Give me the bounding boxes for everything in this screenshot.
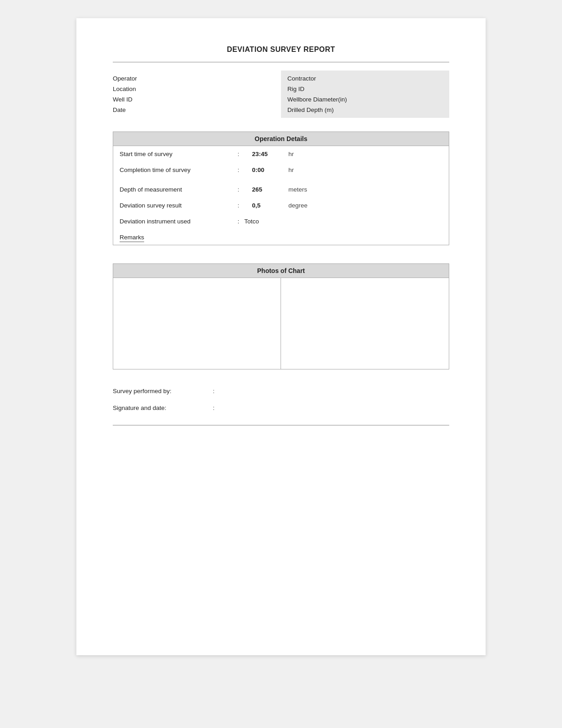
operation-details-header: Operation Details	[113, 131, 449, 146]
start-time-unit: hr	[282, 146, 449, 162]
info-left: Operator Location Well ID Date	[113, 71, 281, 118]
location-label: Location	[113, 85, 281, 93]
spacer-row-1	[113, 178, 449, 182]
depth-measurement-value: 265	[246, 182, 282, 197]
start-time-row: Start time of survey : 23:45 hr	[113, 146, 449, 162]
operator-label: Operator	[113, 74, 281, 83]
start-time-colon: :	[231, 146, 246, 162]
deviation-result-label: Deviation survey result	[113, 197, 231, 213]
completion-time-colon: :	[231, 162, 246, 178]
photo-cell-right	[281, 278, 449, 369]
completion-time-label: Completion time of survey	[113, 162, 231, 178]
signature-date-label: Signature and date:	[113, 404, 213, 411]
deviation-result-row: Deviation survey result : 0,5 degree	[113, 197, 449, 213]
completion-time-row: Completion time of survey : 0:00 hr	[113, 162, 449, 178]
instrument-row: Deviation instrument used : Totco	[113, 213, 449, 229]
signature-date-row: Signature and date: :	[113, 404, 449, 411]
instrument-value: Totco	[244, 218, 259, 225]
depth-measurement-unit: meters	[282, 182, 449, 197]
top-divider	[113, 62, 449, 62]
survey-performed-colon: :	[213, 388, 222, 394]
depth-measurement-row: Depth of measurement : 265 meters	[113, 182, 449, 197]
operation-details-table: Start time of survey : 23:45 hr Completi…	[113, 146, 449, 245]
completion-time-value: 0:00	[246, 162, 282, 178]
info-right: Contractor Rig ID Wellbore Diameter(in) …	[281, 71, 449, 118]
well-id-label: Well ID	[113, 95, 281, 104]
start-time-label: Start time of survey	[113, 146, 231, 162]
drilled-depth-label: Drilled Depth (m)	[287, 106, 443, 114]
date-label: Date	[113, 106, 281, 114]
bottom-divider	[113, 425, 449, 425]
remarks-label: Remarks	[120, 234, 144, 242]
remarks-row: Remarks	[113, 229, 449, 245]
rig-id-label: Rig ID	[287, 85, 443, 93]
photo-cell-left	[113, 278, 281, 369]
depth-measurement-colon: :	[231, 182, 246, 197]
info-grid: Operator Location Well ID Date Contracto…	[113, 71, 449, 118]
depth-measurement-label: Depth of measurement	[113, 182, 231, 197]
signature-section: Survey performed by: : Signature and dat…	[113, 388, 449, 411]
deviation-result-value: 0,5	[246, 197, 282, 213]
start-time-value: 23:45	[246, 146, 282, 162]
contractor-label: Contractor	[287, 74, 443, 83]
deviation-result-colon: :	[231, 197, 246, 213]
completion-time-unit: hr	[282, 162, 449, 178]
survey-performed-label: Survey performed by:	[113, 388, 213, 394]
instrument-value-cell: : Totco	[231, 213, 449, 229]
instrument-label: Deviation instrument used	[113, 213, 231, 229]
instrument-colon: :	[238, 218, 240, 225]
wellbore-diameter-label: Wellbore Diameter(in)	[287, 95, 443, 104]
report-page: DEVIATION SURVEY REPORT Operator Locatio…	[76, 18, 486, 655]
photos-section: Photos of Chart	[113, 263, 449, 369]
photos-header: Photos of Chart	[113, 263, 449, 278]
report-title: DEVIATION SURVEY REPORT	[113, 46, 449, 54]
operation-details-section: Operation Details Start time of survey :…	[113, 131, 449, 245]
survey-performed-row: Survey performed by: :	[113, 388, 449, 394]
photos-grid	[113, 278, 449, 369]
signature-date-colon: :	[213, 404, 222, 411]
deviation-result-unit: degree	[282, 197, 449, 213]
